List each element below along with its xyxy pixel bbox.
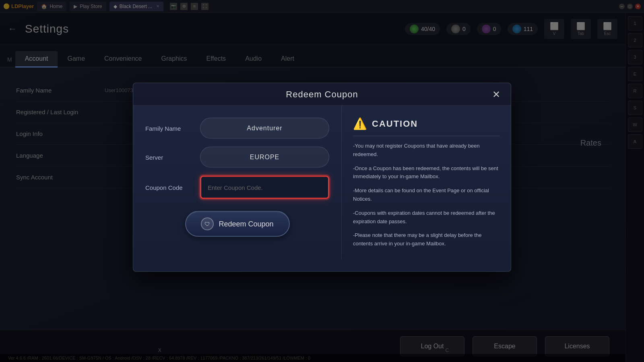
family-name-row: Family Name Adventurer bbox=[145, 118, 329, 139]
redeem-coupon-button[interactable]: 🛡 Redeem Coupon bbox=[185, 211, 290, 237]
caution-item-0: -You may not register Coupons that have … bbox=[353, 142, 500, 159]
coupon-code-label: Coupon Code bbox=[145, 184, 194, 191]
redeem-shield-icon: 🛡 bbox=[201, 218, 214, 230]
family-name-field: Adventurer bbox=[200, 118, 329, 139]
coupon-code-row: Coupon Code bbox=[145, 176, 329, 199]
coupon-code-wrapper bbox=[200, 176, 329, 199]
coupon-code-input[interactable] bbox=[200, 176, 329, 199]
server-row: Server EUROPE bbox=[145, 147, 329, 168]
caution-item-1: -Once a Coupon has been redeemed, the co… bbox=[353, 164, 500, 181]
modal-header: Redeem Coupon ✕ bbox=[133, 83, 511, 106]
redeem-button-label: Redeem Coupon bbox=[219, 220, 273, 228]
server-label: Server bbox=[145, 154, 194, 160]
modal-caution: ⚠️ CAUTION -You may not register Coupons… bbox=[342, 106, 511, 259]
caution-header: ⚠️ CAUTION bbox=[353, 117, 500, 136]
redeem-coupon-modal: Redeem Coupon ✕ Family Name Adventurer S… bbox=[133, 83, 511, 272]
family-name-label: Family Name bbox=[145, 125, 194, 132]
caution-item-3: -Coupons with expiration dates cannot be… bbox=[353, 209, 500, 226]
redeem-btn-wrapper: 🛡 Redeem Coupon bbox=[145, 211, 329, 237]
modal-close-button[interactable]: ✕ bbox=[490, 88, 503, 101]
modal-form: Family Name Adventurer Server EUROPE Cou… bbox=[133, 106, 342, 259]
modal-title: Redeem Coupon bbox=[286, 89, 358, 99]
modal-body: Family Name Adventurer Server EUROPE Cou… bbox=[133, 106, 511, 259]
caution-item-2: -More details can be found on the Event … bbox=[353, 187, 500, 204]
caution-item-4: -Please note that there may be a slight … bbox=[353, 231, 500, 248]
server-field: EUROPE bbox=[200, 147, 329, 168]
caution-warning-icon: ⚠️ bbox=[353, 117, 367, 130]
caution-title: CAUTION bbox=[372, 118, 418, 129]
